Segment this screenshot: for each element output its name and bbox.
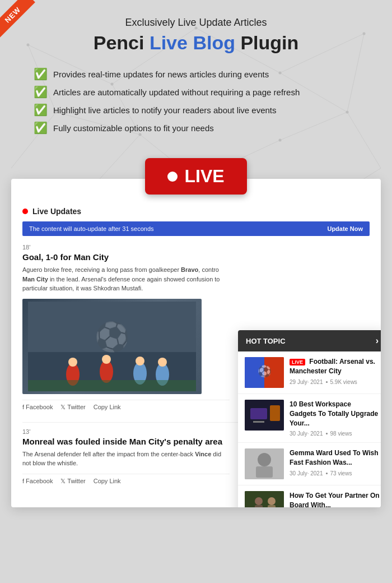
- hot-topic-item-title-4: How To Get Your Partner On Board With...: [290, 491, 380, 507]
- svg-point-34: [102, 355, 111, 364]
- svg-rect-46: [250, 408, 267, 419]
- hot-topic-thumb-4: [245, 491, 284, 507]
- header-title-blue: Live Blog: [150, 32, 235, 53]
- new-ribbon-label: NEW: [0, 0, 35, 38]
- svg-text:⚽: ⚽: [95, 320, 130, 354]
- feature-item: ✅ Highlight live articles to notify your…: [28, 101, 364, 119]
- feature-item: ✅ Provides real-time updates for news ar…: [28, 65, 364, 83]
- update-now-button[interactable]: Update Now: [327, 225, 363, 232]
- svg-point-55: [268, 497, 276, 505]
- svg-rect-47: [270, 405, 280, 421]
- article-2: 13' Monreal was fouled inside Man City's…: [22, 428, 230, 488]
- blog-card: Live Updates The content will auto-updat…: [11, 179, 381, 507]
- auto-update-text: The content will auto-update after 31 se…: [29, 225, 154, 232]
- hot-topic-meta-1: 29 July· 2021 5.9K views: [290, 379, 380, 385]
- svg-text:⚽: ⚽: [258, 364, 272, 378]
- check-icon: ✅: [34, 85, 48, 99]
- hot-topic-info-2: 10 Best Workspace Gadgets To Totally Upg…: [290, 400, 380, 437]
- live-tag: LIVE: [290, 359, 305, 365]
- svg-point-32: [68, 358, 77, 367]
- svg-point-50: [258, 453, 271, 466]
- hot-topic-info-3: Gemma Ward Used To Wish Fast Fashion Was…: [290, 448, 380, 476]
- header-title-part2: Plugin: [235, 32, 298, 53]
- article-1: 18' Goal, 1-0 for Man City Aguero broke …: [22, 244, 230, 414]
- live-dot: [167, 172, 178, 182]
- article-2-title: Monreal was fouled inside Man City's pen…: [22, 437, 230, 446]
- hot-topic-item-4[interactable]: How To Get Your Partner On Board With...…: [238, 485, 381, 507]
- feature-text: Provides real-time updates for news arti…: [53, 70, 269, 79]
- hot-topic-item-1[interactable]: ⚽ LIVE Football: Arsenal vs. Manchester …: [238, 351, 381, 394]
- feature-item: ✅ Fully customizable options to fit your…: [28, 119, 364, 137]
- dot: [326, 473, 328, 474]
- hot-topic-thumb-1: ⚽: [245, 357, 284, 388]
- facebook-share[interactable]: f Facebook: [22, 404, 53, 411]
- hot-topic-item-3[interactable]: Gemma Ward Used To Wish Fast Fashion Was…: [238, 443, 381, 485]
- article-2-social: f Facebook 𝕏 Twitter Copy Link: [22, 474, 230, 488]
- live-badge-container: LIVE: [0, 158, 392, 195]
- article-1-social: f Facebook 𝕏 Twitter Copy Link: [22, 400, 230, 414]
- header-section: Exclusively Live Update Articles Penci L…: [0, 0, 392, 148]
- article-2-body: The Arsenal defender fell after the impa…: [22, 450, 230, 468]
- header-title-part1: Penci: [94, 32, 150, 53]
- check-icon: ✅: [34, 121, 48, 135]
- svg-point-36: [136, 357, 144, 365]
- hot-topic-card: HOT TOPIC › ⚽ LIVE Football: Arsenal vs.…: [238, 330, 381, 507]
- hot-topic-thumb-3: [245, 448, 284, 479]
- check-icon: ✅: [34, 67, 48, 81]
- copy-link[interactable]: Copy Link: [94, 404, 121, 411]
- svg-rect-52: [245, 491, 284, 507]
- live-red-dot: [22, 209, 28, 214]
- svg-point-53: [255, 497, 263, 505]
- svg-rect-39: [28, 380, 196, 391]
- hot-topic-header: HOT TOPIC ›: [238, 330, 381, 351]
- header-title: Penci Live Blog Plugin: [22, 32, 370, 54]
- features-list: ✅ Provides real-time updates for news ar…: [28, 65, 364, 137]
- hot-topic-item-title-3: Gemma Ward Used To Wish Fast Fashion Was…: [290, 448, 380, 468]
- svg-rect-48: [253, 421, 264, 423]
- main-content: Live Updates The content will auto-updat…: [11, 179, 381, 507]
- svg-rect-51: [256, 466, 273, 478]
- header-subtitle: Exclusively Live Update Articles: [22, 17, 370, 29]
- hot-topic-item-2[interactable]: 10 Best Workspace Gadgets To Totally Upg…: [238, 394, 381, 443]
- live-updates-title: Live Updates: [32, 207, 81, 216]
- hot-topic-arrow[interactable]: ›: [376, 336, 379, 346]
- feature-item: ✅ Articles are automatically updated wit…: [28, 83, 364, 101]
- feature-text: Articles are automatically updated witho…: [53, 87, 300, 97]
- article-2-time: 13': [22, 428, 230, 435]
- article-1-title: Goal, 1-0 for Man City: [22, 252, 230, 262]
- dot: [326, 433, 328, 434]
- article-1-time: 18': [22, 244, 230, 251]
- hot-topic-thumb-2: [245, 400, 284, 431]
- hot-topic-info-1: LIVE Football: Arsenal vs. Manchester Ci…: [290, 357, 380, 385]
- hot-topic-meta-3: 30 July· 2021 73 views: [290, 470, 380, 476]
- hot-topic-meta-2: 30 July· 2021 98 views: [290, 431, 380, 437]
- auto-update-bar: The content will auto-update after 31 se…: [22, 221, 370, 236]
- live-badge: LIVE: [145, 158, 246, 195]
- hot-topic-item-title-1: LIVE Football: Arsenal vs. Manchester Ci…: [290, 357, 380, 376]
- feature-text: Fully customizable options to fit your n…: [53, 123, 214, 133]
- live-label: LIVE: [184, 166, 224, 187]
- soccer-match-image: ⚽: [22, 299, 202, 394]
- copy-link-2[interactable]: Copy Link: [94, 478, 121, 485]
- dot: [326, 381, 328, 383]
- feature-text: Highlight live articles to notify your r…: [53, 105, 277, 115]
- hot-topic-info-4: How To Get Your Partner On Board With...…: [290, 491, 380, 507]
- hot-topic-title: HOT TOPIC: [246, 337, 286, 345]
- new-ribbon: NEW: [0, 0, 45, 45]
- twitter-share[interactable]: 𝕏 Twitter: [60, 404, 85, 411]
- twitter-share-2[interactable]: 𝕏 Twitter: [60, 478, 85, 485]
- live-updates-header: Live Updates: [22, 207, 370, 216]
- svg-rect-56: [268, 505, 276, 507]
- svg-point-38: [158, 358, 167, 367]
- hot-topic-item-title-2: 10 Best Workspace Gadgets To Totally Upg…: [290, 400, 380, 428]
- check-icon: ✅: [34, 103, 48, 117]
- svg-rect-54: [255, 505, 263, 507]
- article-1-body: Aguero broke free, receiving a long pass…: [22, 265, 230, 293]
- facebook-share-2[interactable]: f Facebook: [22, 478, 53, 485]
